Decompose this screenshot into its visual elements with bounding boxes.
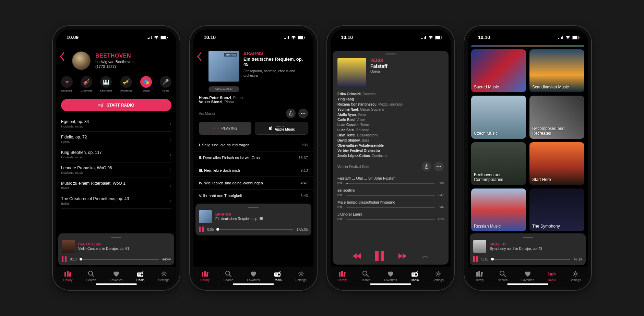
mini-progress[interactable] [491, 259, 570, 260]
radio-tile[interactable]: Czech Music [471, 96, 526, 138]
np-track-progress[interactable] [346, 195, 435, 196]
library-icon [201, 270, 209, 278]
mini-player[interactable]: BRAHMS Ein deutsches Requiem, op. 45 0:0… [195, 204, 311, 235]
work-item[interactable]: The Creatures of Prometheus, op. 43Balle… [61, 193, 171, 209]
radio-tiles-grid: Sacred MusicScandinavian MusicCzech Musi… [468, 49, 588, 232]
back-button[interactable] [197, 52, 202, 61]
np-track-progress[interactable] [346, 219, 435, 220]
category-vocal[interactable]: 🎤Vocal [160, 76, 171, 92]
tab-library[interactable]: Library [337, 270, 347, 282]
pause-button[interactable] [473, 256, 478, 262]
search-icon [87, 270, 95, 278]
home-indicator[interactable] [507, 283, 548, 285]
category-keyboard[interactable]: 🎹Keyboard [100, 76, 112, 92]
home-indicator[interactable] [370, 283, 411, 285]
np-track-item[interactable]: Ma è tempo d'assottigliar l'ingegno0:003… [337, 200, 444, 209]
work-item[interactable]: Musik zu einem Ritterballet, WoO 1Ballet… [61, 178, 171, 193]
library-icon [476, 270, 483, 278]
tab-favorites[interactable]: Favorites [247, 270, 260, 282]
tab-favorites[interactable]: Favorites [521, 270, 534, 282]
category-chamber[interactable]: 🎻Chamber [81, 76, 92, 92]
svg-rect-31 [206, 271, 208, 277]
tab-search[interactable]: Search [224, 270, 234, 282]
mini-progress[interactable] [80, 259, 159, 260]
pause-button[interactable] [62, 256, 67, 262]
np-track-item[interactable]: L'Onore! Ladri!0:004:23 [337, 212, 444, 221]
tab-search[interactable]: Search [86, 270, 96, 282]
performers: Hans-Peter Stenzl, Piano Volker Stenzl, … [193, 92, 313, 107]
tab-radio[interactable]: Radio [548, 270, 556, 282]
tab-label: Settings [158, 278, 169, 282]
work-item[interactable]: King Stephen, op. 117Incidental music› [61, 147, 171, 162]
svg-line-57 [416, 271, 418, 272]
grabber[interactable] [248, 207, 259, 208]
pause-button[interactable] [375, 251, 384, 261]
radio-tile[interactable]: Russian Music [471, 189, 526, 231]
mini-title: Violin Concerto in D major, op. 61 [78, 247, 129, 251]
prev-button[interactable] [352, 253, 361, 259]
category-essential[interactable]: ★Essential [61, 76, 73, 92]
apple-music-button[interactable]: Listen onApple Music [255, 122, 308, 135]
tab-library[interactable]: Library [200, 270, 210, 282]
tab-favorites[interactable]: Favorites [110, 270, 122, 282]
more-button[interactable] [298, 109, 308, 118]
tab-settings[interactable]: Settings [158, 270, 169, 282]
tab-radio[interactable]: Radio [274, 270, 282, 282]
radio-tile[interactable]: Sacred Music [471, 49, 526, 92]
track-item[interactable]: IV. Wie lieblich sind deine Wohnungen4:4… [193, 177, 313, 190]
playing-button[interactable]: • • • PLAYING [199, 122, 251, 135]
tab-library[interactable]: Library [475, 270, 484, 282]
back-button[interactable] [60, 52, 64, 61]
work-item[interactable]: Leonore Prohaska, WoO 96Incidental music… [61, 162, 171, 178]
grabber[interactable] [385, 53, 396, 54]
track-item[interactable]: III. Herr, lebre doch mich9:13 [193, 164, 313, 177]
np-track-position: 0:00 [337, 205, 344, 209]
radio-tile[interactable]: Beethoven and Contemporaries [471, 142, 526, 185]
share-button[interactable] [286, 109, 296, 118]
track-item[interactable]: V. Ihr habt nun Traurigkeit6:43 [193, 190, 313, 202]
radio-tile[interactable]: Recomposed and Recreated [529, 96, 584, 138]
work-item[interactable]: Fidelio, op. 72Opera› [61, 132, 171, 147]
tab-label: Favorites [384, 278, 397, 282]
category-label: Keyboard [100, 89, 112, 92]
np-track-progress[interactable] [346, 207, 435, 208]
work-subtitle: Incidental music [61, 156, 102, 159]
search-icon [499, 270, 506, 278]
tab-radio[interactable]: Radio [411, 270, 419, 282]
category-stage[interactable]: 🎭Stage [140, 76, 152, 92]
tab-settings[interactable]: Settings [432, 270, 444, 282]
tab-search[interactable]: Search [361, 270, 371, 282]
grabber[interactable] [111, 237, 121, 238]
tab-settings[interactable]: Settings [295, 270, 307, 282]
category-orchestral[interactable]: 🎺Orchestral [120, 76, 132, 92]
radio-tile[interactable]: Scandinavian Music [529, 49, 584, 92]
tab-library[interactable]: Library [63, 270, 73, 282]
view-album-button[interactable]: VIEW ALBUM [208, 86, 239, 92]
radio-tile[interactable]: Start Here [529, 142, 584, 185]
cast-item: Verbier Festival Orchestra [337, 148, 444, 153]
mini-progress[interactable] [217, 229, 293, 230]
mini-player[interactable]: SIBELIUS Symphony no. 2 in D major, op. … [470, 233, 586, 265]
tab-favorites[interactable]: Favorites [384, 270, 397, 282]
category-icon: 🎺 [120, 76, 132, 88]
np-track-item[interactable]: Falstaff! ... Olà! ... Sir John Falstaff… [337, 176, 444, 185]
track-item[interactable]: I. Selig sind, die da leid tragen9:05 [193, 139, 313, 151]
grabber[interactable] [523, 237, 533, 238]
pause-button[interactable] [199, 227, 204, 232]
more-button[interactable] [434, 162, 444, 171]
home-indicator[interactable] [96, 283, 137, 285]
tab-search[interactable]: Search [498, 270, 508, 282]
composer-name: BEETHOVEN [95, 53, 133, 59]
np-track-progress[interactable] [346, 183, 435, 184]
share-button[interactable] [422, 162, 431, 171]
start-radio-button[interactable]: START RADIO [61, 99, 171, 111]
tab-settings[interactable]: Settings [570, 270, 581, 282]
tab-radio[interactable]: Radio [136, 270, 145, 282]
np-track-item[interactable]: sei scellini0:002:47 [337, 188, 444, 197]
work-item[interactable]: Egmont, op. 84Incidental music› [61, 116, 171, 132]
next-button[interactable] [398, 253, 407, 259]
mini-player[interactable]: BEETHOVEN Violin Concerto in D major, op… [58, 233, 174, 265]
radio-tile[interactable]: The Symphony [529, 189, 584, 231]
home-indicator[interactable] [233, 283, 274, 285]
track-item[interactable]: II. Denn alles Fleisch es ist wie Gras13… [193, 151, 313, 164]
